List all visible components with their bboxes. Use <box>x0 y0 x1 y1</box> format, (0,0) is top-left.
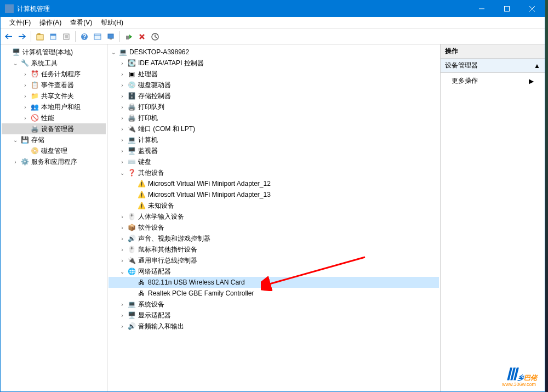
expand-icon[interactable]: › <box>21 92 29 100</box>
svg-rect-1 <box>505 7 510 12</box>
expand-icon[interactable]: › <box>118 311 126 319</box>
expand-icon[interactable]: › <box>118 224 126 231</box>
maximize-button[interactable] <box>494 1 520 17</box>
uninstall-icon[interactable] <box>149 31 161 43</box>
separator <box>31 31 31 42</box>
expand-icon[interactable]: › <box>118 235 126 242</box>
dev-keyboard[interactable]: ›⌨️键盘 <box>109 156 439 167</box>
properties-icon[interactable] <box>47 31 59 43</box>
collapse-icon[interactable]: ⌄ <box>12 59 19 67</box>
dev-realtek[interactable]: ›🖧Realtek PCIe GBE Family Controller <box>109 288 439 299</box>
dev-other[interactable]: ⌄❓其他设备 <box>109 167 439 178</box>
expand-icon[interactable]: › <box>21 114 29 122</box>
dev-computer[interactable]: ›💻计算机 <box>109 134 439 145</box>
dev-monitor[interactable]: ›🖥️监视器 <box>109 145 439 156</box>
separator <box>75 31 76 42</box>
tree-users[interactable]: ›👥本地用户和组 <box>2 101 106 112</box>
dev-printq[interactable]: ›🖨️打印队列 <box>109 101 439 112</box>
tree-storage[interactable]: ⌄💾存储 <box>2 134 106 145</box>
tree-label: 磁盘管理 <box>41 146 67 156</box>
expand-icon[interactable]: › <box>118 300 126 308</box>
dev-network[interactable]: ⌄🌐网络适配器 <box>109 266 439 277</box>
tree-label: 事件查看器 <box>41 81 74 90</box>
tree-devmgr[interactable]: ›🖨️设备管理器 <box>2 123 106 134</box>
dev-software[interactable]: ›📦软件设备 <box>109 222 439 233</box>
dev-usb[interactable]: ›🔌通用串行总线控制器 <box>109 255 439 266</box>
dev-storagectrl[interactable]: ›🗄️存储控制器 <box>109 90 439 101</box>
tree-event[interactable]: ›📋事件查看器 <box>2 79 106 90</box>
expand-icon[interactable]: › <box>118 158 126 166</box>
tree-disk[interactable]: ›📀磁盘管理 <box>2 145 106 156</box>
dev-audio[interactable]: ›🔊音频输入和输出 <box>109 321 439 332</box>
expand-icon[interactable]: › <box>118 81 126 89</box>
tree-systools[interactable]: ⌄🔧系统工具 <box>2 58 106 69</box>
list-icon[interactable] <box>60 31 72 43</box>
expand-icon[interactable]: › <box>118 246 126 253</box>
tree-root[interactable]: ▷🖥️计算机管理(本地) <box>2 47 106 58</box>
expand-icon[interactable]: › <box>118 59 126 67</box>
dev-hid[interactable]: ›🖱️人体学输入设备 <box>109 211 439 222</box>
dev-root[interactable]: ⌄💻DESKTOP-A398962 <box>109 47 439 58</box>
disable-icon[interactable] <box>136 31 148 43</box>
tree-task[interactable]: ›⏰任务计划程序 <box>2 69 106 79</box>
dev-cpu[interactable]: ›▣处理器 <box>109 69 439 79</box>
expand-icon[interactable]: › <box>118 147 126 155</box>
help-icon[interactable]: ? <box>78 31 90 43</box>
tree-perf[interactable]: ›🚫性能 <box>2 112 106 123</box>
folder-icon: 📁 <box>30 92 39 100</box>
menu-view[interactable]: 查看(V) <box>66 17 96 29</box>
collapse-icon[interactable]: ⌄ <box>118 169 126 177</box>
dev-printer[interactable]: ›🖨️打印机 <box>109 112 439 123</box>
actions-more[interactable]: 更多操作 ▶ <box>441 73 545 89</box>
dev-wlan[interactable]: ›🖧802.11n USB Wireless LAN Card <box>109 277 439 288</box>
expand-icon[interactable]: › <box>21 103 29 111</box>
expand-icon[interactable]: › <box>118 103 126 111</box>
expand-icon[interactable]: › <box>118 114 126 122</box>
tree-label: 音频输入和输出 <box>138 322 184 331</box>
navigation-tree[interactable]: ▷🖥️计算机管理(本地) ⌄🔧系统工具 ›⏰任务计划程序 ›📋事件查看器 ›📁共… <box>1 44 107 391</box>
menu-file[interactable]: 文件(F) <box>5 17 35 29</box>
dev-wifi12[interactable]: ›⚠️Microsoft Virtual WiFi Miniport Adapt… <box>109 178 439 189</box>
tree-shared[interactable]: ›📁共享文件夹 <box>2 90 106 101</box>
expand-icon[interactable]: › <box>118 92 126 100</box>
expand-icon[interactable]: › <box>21 70 29 78</box>
dev-ports[interactable]: ›🔌端口 (COM 和 LPT) <box>109 123 439 134</box>
expand-icon[interactable]: › <box>118 257 126 264</box>
expand-icon[interactable]: › <box>12 158 19 166</box>
dev-ide[interactable]: ›💽IDE ATA/ATAPI 控制器 <box>109 58 439 69</box>
dev-sound[interactable]: ›🔊声音、视频和游戏控制器 <box>109 233 439 244</box>
monitor-icon[interactable] <box>105 31 117 43</box>
dev-wifi13[interactable]: ›⚠️Microsoft Virtual WiFi Miniport Adapt… <box>109 189 439 200</box>
dev-diskdrive[interactable]: ›💿磁盘驱动器 <box>109 79 439 90</box>
titlebar[interactable]: 计算机管理 <box>1 1 545 17</box>
expand-icon[interactable]: › <box>118 125 126 133</box>
close-button[interactable] <box>520 1 545 17</box>
forward-button[interactable] <box>16 31 28 43</box>
expand-icon[interactable]: › <box>118 70 126 78</box>
expand-icon[interactable]: › <box>118 213 126 220</box>
expand-icon[interactable]: › <box>21 81 29 89</box>
collapse-icon[interactable]: ⌄ <box>110 48 117 56</box>
watermark-url: www.306w.com <box>502 382 536 387</box>
display-icon: 🖥️ <box>127 311 136 320</box>
dev-unknown[interactable]: ›⚠️未知设备 <box>109 200 439 211</box>
view-icon[interactable] <box>92 31 104 43</box>
minimize-button[interactable] <box>469 1 494 17</box>
expand-icon[interactable]: › <box>118 322 126 330</box>
dev-display[interactable]: ›🖥️显示适配器 <box>109 310 439 321</box>
device-tree[interactable]: ⌄💻DESKTOP-A398962 ›💽IDE ATA/ATAPI 控制器 ›▣… <box>107 44 441 391</box>
dev-system[interactable]: ›💻系统设备 <box>109 299 439 310</box>
expand-icon[interactable]: › <box>118 136 126 144</box>
back-button[interactable] <box>3 31 15 43</box>
enable-icon[interactable] <box>123 31 135 43</box>
menu-action[interactable]: 操作(A) <box>35 17 66 29</box>
collapse-icon[interactable]: ⌄ <box>118 268 126 275</box>
tree-label: 本地用户和组 <box>41 103 81 112</box>
dev-mouse[interactable]: ›🖱️鼠标和其他指针设备 <box>109 244 439 255</box>
collapse-icon[interactable]: ⌄ <box>12 136 19 144</box>
menu-help[interactable]: 帮助(H) <box>96 17 128 29</box>
actions-section[interactable]: 设备管理器 ▲ <box>441 59 545 73</box>
tree-services[interactable]: ›⚙️服务和应用程序 <box>2 156 106 167</box>
devmgr-icon: 🖨️ <box>30 124 39 133</box>
up-icon[interactable] <box>34 31 46 43</box>
